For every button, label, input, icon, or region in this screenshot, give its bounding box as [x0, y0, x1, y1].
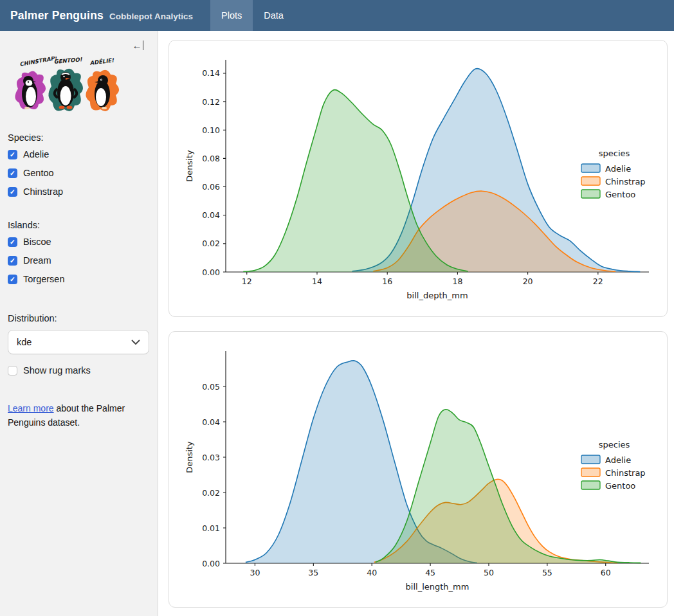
svg-text:0.00: 0.00: [202, 559, 220, 568]
bill-depth-density-plot: 1214161820220.000.020.040.060.080.100.12…: [169, 41, 667, 316]
svg-text:Chinstrap: Chinstrap: [605, 177, 646, 186]
checkbox-icon[interactable]: [8, 237, 17, 247]
svg-text:0.12: 0.12: [202, 97, 220, 107]
navbar: Palmer Penguins Cobblepot Analytics Plot…: [0, 0, 674, 31]
checkbox-icon[interactable]: [8, 366, 17, 376]
svg-text:0.02: 0.02: [202, 488, 220, 498]
app-title: Palmer Penguins: [10, 9, 104, 23]
sidebar-collapse-icon[interactable]: ←: [131, 39, 145, 52]
islands-group-label: Islands:: [8, 220, 150, 230]
checkbox-island-torgersen[interactable]: Torgersen: [8, 274, 150, 284]
svg-text:22: 22: [593, 276, 603, 286]
artwork-label-gentoo: GENTOO!: [53, 57, 83, 65]
svg-text:45: 45: [425, 568, 435, 577]
app-subtitle: Cobblepot Analytics: [109, 12, 193, 21]
checkbox-icon[interactable]: [8, 275, 17, 284]
checkbox-icon[interactable]: [8, 150, 17, 159]
svg-text:0.02: 0.02: [202, 239, 220, 248]
svg-text:Gentoo: Gentoo: [605, 481, 635, 491]
artwork-label-adelie: ADÉLIE!: [89, 57, 115, 66]
svg-text:Chinstrap: Chinstrap: [605, 468, 646, 478]
svg-text:bill_length_mm: bill_length_mm: [406, 582, 469, 592]
checkbox-icon[interactable]: [8, 187, 17, 197]
svg-text:20: 20: [523, 276, 533, 286]
svg-text:species: species: [599, 149, 630, 158]
svg-text:14: 14: [312, 276, 322, 286]
svg-text:Gentoo: Gentoo: [605, 190, 635, 199]
checkbox-island-dream[interactable]: Dream: [8, 255, 150, 266]
svg-text:50: 50: [484, 568, 494, 577]
checkbox-island-biscoe[interactable]: Biscoe: [8, 237, 150, 247]
svg-text:16: 16: [382, 276, 392, 286]
main-content: 1214161820220.000.020.040.060.080.100.12…: [158, 31, 674, 616]
checkbox-species-gentoo[interactable]: Gentoo: [8, 168, 150, 178]
species-group-label: Species:: [8, 132, 150, 143]
svg-text:40: 40: [367, 568, 377, 577]
svg-text:55: 55: [542, 568, 552, 577]
artwork-label-chinstrap: CHINSTRAP!: [19, 57, 59, 68]
penguin-artwork-image: CHINSTRAP! GENTOO! ADÉLIE!: [9, 57, 122, 123]
sidebar: ←: [0, 31, 158, 616]
bill-length-plot-card: 303540455055600.000.010.020.030.040.05bi…: [168, 331, 668, 608]
svg-text:0.01: 0.01: [202, 523, 220, 533]
distribution-selected-value: kde: [17, 337, 32, 347]
svg-text:bill_depth_mm: bill_depth_mm: [406, 291, 468, 300]
checkbox-species-chinstrap[interactable]: Chinstrap: [8, 186, 150, 197]
svg-text:0.04: 0.04: [202, 210, 220, 220]
svg-text:0.08: 0.08: [202, 154, 220, 163]
main-nav: Plots Data: [210, 0, 295, 31]
svg-text:Adelie: Adelie: [605, 455, 631, 465]
svg-text:0.05: 0.05: [202, 382, 220, 392]
svg-text:Density: Density: [185, 441, 194, 473]
bill-length-density-plot: 303540455055600.000.010.020.030.040.05bi…: [169, 332, 667, 607]
svg-text:0.04: 0.04: [202, 417, 220, 427]
svg-text:Density: Density: [185, 150, 194, 182]
checkbox-show-rug-marks[interactable]: Show rug marks: [8, 365, 150, 376]
svg-text:18: 18: [452, 276, 462, 286]
svg-text:species: species: [599, 440, 630, 449]
bill-depth-plot-card: 1214161820220.000.020.040.060.080.100.12…: [168, 40, 668, 317]
dataset-info-text: Learn more about the Palmer Penguins dat…: [8, 401, 136, 430]
checkbox-icon[interactable]: [8, 168, 17, 178]
learn-more-link[interactable]: Learn more: [8, 403, 54, 413]
distribution-select[interactable]: kde: [8, 330, 149, 354]
svg-text:0.10: 0.10: [202, 125, 220, 135]
svg-text:0.14: 0.14: [202, 68, 220, 78]
svg-text:0.03: 0.03: [202, 453, 220, 462]
distribution-label: Distribution:: [8, 313, 150, 323]
checkbox-icon[interactable]: [8, 256, 17, 266]
checkbox-species-adelie[interactable]: Adelie: [8, 149, 150, 159]
svg-text:0.00: 0.00: [202, 267, 220, 277]
svg-text:12: 12: [242, 276, 252, 286]
svg-text:30: 30: [250, 568, 260, 577]
svg-text:0.06: 0.06: [202, 182, 220, 192]
svg-text:35: 35: [308, 568, 318, 577]
tab-data[interactable]: Data: [253, 0, 295, 31]
svg-text:Adelie: Adelie: [605, 164, 631, 174]
chevron-down-icon: [131, 340, 140, 345]
tab-plots[interactable]: Plots: [210, 0, 253, 31]
app-brand: Palmer Penguins Cobblepot Analytics: [0, 9, 193, 23]
svg-text:60: 60: [601, 568, 611, 577]
